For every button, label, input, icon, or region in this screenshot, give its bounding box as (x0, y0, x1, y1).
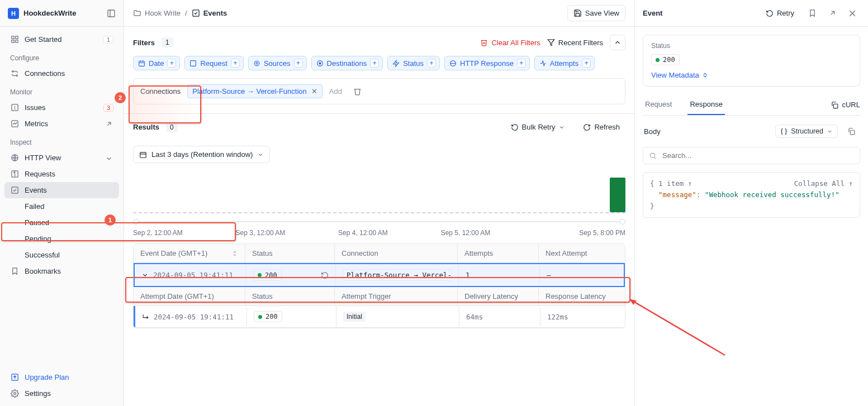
chip-label: Date (149, 59, 164, 68)
nav-label: HTTP View (25, 154, 99, 162)
nav-upgrade[interactable]: Upgrade Plan (4, 369, 119, 385)
event-row[interactable]: 2024-09-05 19:41:11 200 Platform-Source … (134, 263, 625, 287)
refresh-button[interactable]: Refresh (577, 120, 625, 135)
expand-button[interactable] (824, 6, 840, 21)
events-table: Event Date (GMT+1) Status Connection Att… (133, 243, 625, 328)
chip-label: Status (403, 59, 424, 68)
nav-label: Get Started (25, 35, 98, 44)
status-code: 200 (663, 56, 675, 64)
nav-events-pending[interactable]: Pending (4, 231, 119, 247)
close-button[interactable] (845, 6, 860, 21)
th-status2[interactable]: Status (245, 287, 335, 305)
chip-label: Destinations (327, 59, 367, 68)
attempt-header-row: Attempt Date (GMT+1) Status Attempt Trig… (134, 287, 625, 306)
bookmark-button[interactable] (804, 6, 820, 21)
th-attempts[interactable]: Attempts (458, 244, 539, 262)
body-search-input[interactable] (643, 147, 860, 164)
view-metadata-link[interactable]: View Metadata (651, 71, 852, 79)
conn-filter-add[interactable]: Add (329, 87, 342, 95)
connections-icon (10, 69, 19, 78)
copy-body-button[interactable] (843, 123, 859, 139)
delete-filter-button[interactable] (353, 87, 362, 95)
item-count: 1 item ↑ (658, 179, 692, 188)
plus-icon: + (582, 59, 591, 68)
plus-icon: + (294, 59, 303, 68)
collapse-filters-button[interactable] (610, 35, 625, 50)
chip-date[interactable]: Date+ (133, 56, 180, 70)
slider-knob-left[interactable] (133, 219, 139, 225)
chip-destinations[interactable]: Destinations+ (311, 56, 383, 70)
nav-events[interactable]: Events (4, 182, 119, 198)
slider-knob-right[interactable] (620, 219, 625, 225)
button-label: Save View (585, 9, 619, 17)
nav-issues[interactable]: Issues 3 (4, 99, 119, 116)
nav-label: Connections (25, 69, 113, 78)
calendar-icon (139, 151, 147, 159)
button-label: Refresh (594, 123, 620, 131)
nav-settings[interactable]: Settings (4, 385, 119, 402)
recent-filters-button[interactable]: Recent Filters (547, 39, 603, 47)
th-connection[interactable]: Connection (335, 244, 458, 262)
save-view-button[interactable]: Save View (567, 5, 625, 21)
th-delivery[interactable]: Delivery Latency (458, 287, 539, 305)
clear-filters-button[interactable]: Clear All Filters (480, 39, 540, 47)
link-label: View Metadata (651, 71, 699, 79)
tab-response[interactable]: Response (687, 94, 725, 115)
chip-sources[interactable]: Sources+ (248, 56, 307, 70)
chip-http[interactable]: HTTP Response+ (444, 56, 530, 70)
th-next-attempt[interactable]: Next Attempt (539, 244, 625, 262)
metrics-icon (10, 120, 19, 128)
td-response: 122ms (540, 308, 625, 326)
view-mode-select[interactable]: Structured (775, 125, 838, 138)
bulk-retry-button[interactable]: Bulk Retry (505, 120, 571, 135)
retry-icon[interactable] (321, 271, 329, 279)
crumb-folder[interactable]: Hook Write (133, 9, 181, 17)
th-attempt-date[interactable]: Attempt Date (GMT+1) (134, 287, 245, 305)
nav-events-failed[interactable]: Failed (4, 198, 119, 214)
nav-bookmarks[interactable]: Bookmarks (4, 263, 119, 279)
svg-line-40 (654, 157, 656, 159)
chip-status[interactable]: Status+ (387, 56, 440, 70)
corner-down-right-icon (142, 313, 149, 321)
time-range-slider[interactable] (133, 218, 625, 226)
crumb-page[interactable]: Events (192, 9, 227, 17)
detail-body: Status 200 View Metadata Request Respons… (635, 27, 868, 226)
svg-rect-24 (191, 60, 196, 66)
body-label: Body (644, 127, 770, 136)
chip-request[interactable]: Request+ (184, 56, 243, 70)
nav-metrics[interactable]: Metrics (4, 116, 119, 132)
response-body-viewer[interactable]: { 1 item ↑ Collapse All ↑ "message": "We… (643, 172, 860, 218)
remove-tag-icon[interactable]: ✕ (311, 87, 317, 95)
calendar-icon (138, 60, 145, 67)
workspace-name[interactable]: HookdeckWrite (23, 9, 102, 17)
nav-http-view[interactable]: HTTP View (4, 150, 119, 166)
nav-get-started[interactable]: Get Started 1 (4, 31, 119, 47)
nav-connections[interactable]: Connections (4, 65, 119, 82)
status-code: 200 (265, 271, 277, 279)
link-label: Recent Filters (558, 39, 603, 47)
conn-filter-tag[interactable]: Platform-Source → Vercel-Function ✕ (187, 84, 322, 98)
nav-label: Requests (25, 170, 113, 178)
th-status[interactable]: Status (245, 244, 335, 262)
event-count-chart[interactable] (133, 174, 625, 213)
sidebar-nav: Get Started 1 Configure Connections Moni… (0, 27, 124, 364)
retry-button[interactable]: Retry (760, 6, 800, 21)
chevron-down-icon[interactable] (141, 271, 149, 279)
date-range-picker[interactable]: Last 3 days (Retention window) (133, 146, 270, 163)
nav-events-paused[interactable]: Paused (4, 214, 119, 231)
chevron-down-icon (257, 151, 264, 158)
curl-button[interactable]: cURL (831, 94, 860, 115)
th-trigger[interactable]: Attempt Trigger (335, 287, 458, 305)
tab-request[interactable]: Request (643, 94, 674, 115)
event-detail-panel: Event Retry Status 200 View Metadata Req… (634, 0, 868, 406)
search-field[interactable] (661, 151, 854, 160)
chip-attempts[interactable]: Attempts+ (534, 56, 595, 70)
collapse-all-button[interactable]: Collapse All ↑ (794, 178, 853, 189)
collapse-sidebar-icon[interactable] (107, 9, 116, 18)
attempt-row[interactable]: 2024-09-05 19:41:11 200 Initial 64ms 122… (134, 306, 625, 328)
th-event-date[interactable]: Event Date (GMT+1) (134, 244, 245, 262)
nav-requests[interactable]: Requests (4, 166, 119, 182)
nav-events-successful[interactable]: Successful (4, 247, 119, 263)
th-response[interactable]: Response Latency (539, 287, 625, 305)
svg-rect-2 (11, 36, 13, 39)
